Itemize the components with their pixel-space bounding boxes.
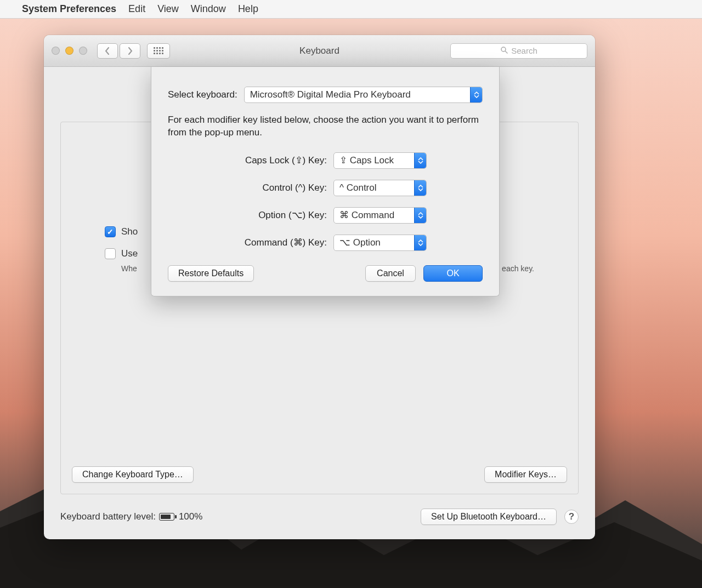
battery-label: Keyboard battery level: [60,511,156,522]
menu-window[interactable]: Window [191,3,226,15]
show-viewers-row: ✓ Sho [105,226,138,237]
panel-bottom-row: Change Keyboard Type… Modifier Keys… [72,466,567,483]
chevron-right-icon [127,47,133,55]
svg-line-1 [505,51,507,53]
chevron-left-icon [105,47,110,55]
select-keyboard-popup[interactable]: Microsoft® Digital Media Pro Keyboard [244,87,483,103]
back-button[interactable] [97,43,118,59]
sheet-actions: Restore Defaults Cancel OK [168,265,483,282]
select-keyboard-value: Microsoft® Digital Media Pro Keyboard [250,89,411,100]
control-value: ^ Control [339,182,377,193]
battery-icon [159,513,174,521]
fkeys-hint-right: n each key. [495,264,534,273]
prefs-window: Keyboard Search ✓ Sho Use Whe n each k [44,35,595,539]
forward-button[interactable] [120,43,140,59]
sheet-description: For each modifier key listed below, choo… [168,114,483,139]
fkeys-hint-left: Whe [121,264,137,273]
bluetooth-setup-button[interactable]: Set Up Bluetooth Keyboard… [421,509,557,525]
capslock-value: ⇪ Caps Lock [339,155,394,166]
traffic-lights [52,47,87,55]
menubar: System Preferences Edit View Window Help [0,0,702,19]
desktop: Keyboard Search ✓ Sho Use Whe n each k [0,19,702,588]
option-row: Option (⌥) Key: ⌘ Command [190,207,483,224]
option-popup[interactable]: ⌘ Command [333,207,427,224]
command-label: Command (⌘) Key: [190,237,327,248]
menu-view[interactable]: View [157,3,179,15]
popup-stepper-icon [470,87,482,102]
grid-icon [154,47,163,54]
popup-stepper-icon [414,180,426,196]
capslock-popup[interactable]: ⇪ Caps Lock [333,152,427,169]
modifier-keys-sheet: Select keyboard: Microsoft® Digital Medi… [151,67,500,296]
help-button[interactable]: ? [564,510,579,524]
nav-buttons [97,43,140,59]
popup-stepper-icon [414,235,426,250]
select-keyboard-label: Select keyboard: [168,89,237,100]
close-window-button[interactable] [52,47,60,55]
search-icon [500,46,508,55]
key-rows: Caps Lock (⇪) Key: ⇪ Caps Lock Control (… [190,152,483,251]
show-viewers-label: Sho [121,226,138,237]
restore-defaults-button[interactable]: Restore Defaults [168,265,254,282]
command-popup[interactable]: ⌥ Option [333,235,427,251]
menu-help[interactable]: Help [238,3,258,15]
control-label: Control (^) Key: [190,182,327,193]
change-keyboard-type-button[interactable]: Change Keyboard Type… [72,466,194,483]
show-all-button[interactable] [147,43,170,59]
ok-button[interactable]: OK [423,265,483,282]
command-value: ⌥ Option [339,237,381,248]
popup-stepper-icon [414,153,426,168]
modifier-keys-button[interactable]: Modifier Keys… [484,466,567,483]
command-row: Command (⌘) Key: ⌥ Option [190,235,483,251]
below-panel-row: Keyboard battery level: 100% Set Up Blue… [60,509,579,525]
menu-app-name[interactable]: System Preferences [22,3,116,15]
control-row: Control (^) Key: ^ Control [190,180,483,196]
show-viewers-checkbox[interactable]: ✓ [105,226,116,237]
option-value: ⌘ Command [339,209,394,221]
menu-edit[interactable]: Edit [128,3,145,15]
use-fkeys-checkbox[interactable] [105,248,116,259]
use-fkeys-row: Use [105,248,138,259]
zoom-window-button[interactable] [79,47,87,55]
titlebar: Keyboard Search [44,35,595,67]
capslock-label: Caps Lock (⇪) Key: [190,155,327,166]
cancel-button[interactable]: Cancel [365,265,416,282]
search-placeholder: Search [511,46,537,55]
capslock-row: Caps Lock (⇪) Key: ⇪ Caps Lock [190,152,483,169]
popup-stepper-icon [414,208,426,223]
minimize-window-button[interactable] [65,47,73,55]
search-field[interactable]: Search [450,43,587,59]
option-label: Option (⌥) Key: [190,209,327,221]
control-popup[interactable]: ^ Control [333,180,427,196]
use-fkeys-label: Use [121,248,138,259]
battery-percent: 100% [179,511,202,522]
